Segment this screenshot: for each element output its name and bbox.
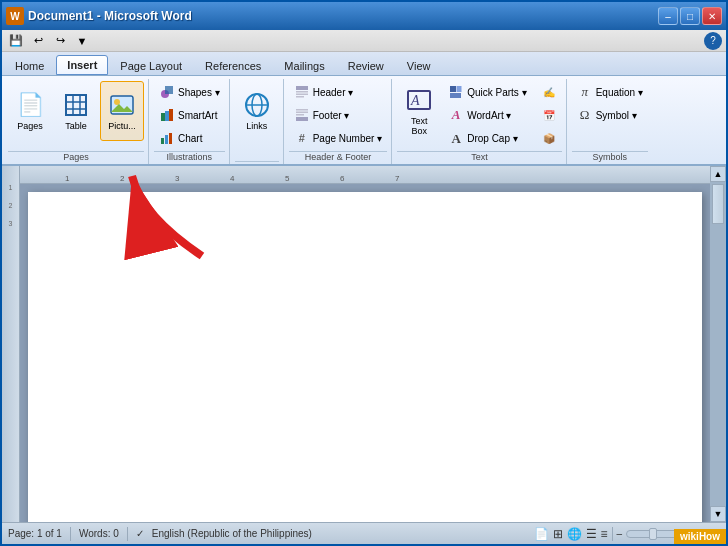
footer-button[interactable]: Footer ▾ [289, 104, 387, 126]
svg-rect-20 [296, 94, 308, 96]
footer-label: Footer ▾ [313, 110, 350, 121]
page-number-button[interactable]: # Page Number ▾ [289, 127, 387, 149]
tab-insert[interactable]: Insert [56, 55, 108, 75]
pages-button[interactable]: 📄 Pages [8, 81, 52, 141]
sig-line-icon: ✍ [541, 84, 557, 100]
zoom-slider-thumb[interactable] [649, 528, 657, 540]
header-footer-col: Header ▾ Footer ▾ # Page Number ▾ [289, 81, 387, 149]
quick-parts-icon [448, 84, 464, 100]
language-indicator: English (Republic of the Philippines) [152, 528, 312, 539]
object-icon: 📦 [541, 130, 557, 146]
shapes-button[interactable]: Shapes ▾ [154, 81, 225, 103]
links-icon [243, 91, 271, 119]
scroll-down-button[interactable]: ▼ [710, 506, 726, 522]
table-label: Table [65, 121, 87, 131]
symbol-button[interactable]: Ω Symbol ▾ [572, 104, 648, 126]
text-box-icon: A [405, 86, 433, 114]
text-col: Quick Parts ▾ A WordArt ▾ A Drop Cap ▾ [443, 81, 531, 149]
svg-rect-18 [296, 86, 308, 90]
wordart-label: WordArt ▾ [467, 110, 511, 121]
view-draft-icon[interactable]: ≡ [601, 527, 608, 541]
undo-button[interactable]: ↩ [28, 32, 48, 50]
shapes-icon [159, 84, 175, 100]
text-extra-col: ✍ 📅 📦 [536, 81, 562, 149]
tab-references[interactable]: References [194, 56, 272, 75]
picture-icon [108, 91, 136, 119]
svg-rect-9 [161, 113, 165, 121]
svg-rect-12 [161, 138, 164, 144]
view-print-icon[interactable]: 📄 [534, 527, 549, 541]
object-button[interactable]: 📦 [536, 127, 562, 149]
scrollbar-vertical[interactable]: ▲ ▼ [710, 166, 726, 522]
footer-icon [294, 107, 310, 123]
tab-home[interactable]: Home [4, 56, 55, 75]
table-button[interactable]: Table [54, 81, 98, 141]
group-links: Links [231, 79, 284, 164]
help-button[interactable]: ? [704, 32, 722, 50]
window-controls: – □ ✕ [658, 7, 722, 25]
wordart-button[interactable]: A WordArt ▾ [443, 104, 531, 126]
customize-qa-button[interactable]: ▼ [72, 32, 92, 50]
group-text-items: A TextBox Quick Parts ▾ A WordArt ▾ [397, 79, 561, 151]
symbol-icon: Ω [577, 107, 593, 123]
maximize-button[interactable]: □ [680, 7, 700, 25]
ribbon-tabs: Home Insert Page Layout References Maili… [2, 52, 726, 76]
date-time-icon: 📅 [541, 107, 557, 123]
svg-rect-25 [296, 117, 308, 121]
scrollbar-thumb[interactable] [712, 184, 724, 224]
status-sep-1 [70, 527, 71, 541]
minimize-button[interactable]: – [658, 7, 678, 25]
zoom-out-button[interactable]: – [617, 528, 623, 539]
group-pages-label: Pages [8, 151, 144, 164]
text-box-button[interactable]: A TextBox [397, 81, 441, 141]
links-button[interactable]: Links [235, 81, 279, 141]
close-button[interactable]: ✕ [702, 7, 722, 25]
group-pages-items: 📄 Pages Table Pictu... [8, 79, 144, 151]
header-button[interactable]: Header ▾ [289, 81, 387, 103]
picture-button[interactable]: Pictu... [100, 81, 144, 141]
save-button[interactable]: 💾 [6, 32, 26, 50]
tab-page-layout[interactable]: Page Layout [109, 56, 193, 75]
document-page[interactable] [28, 192, 702, 522]
drop-cap-icon: A [448, 130, 464, 146]
header-label: Header ▾ [313, 87, 354, 98]
smartart-button[interactable]: SmartArt [154, 104, 225, 126]
svg-rect-29 [457, 86, 462, 92]
chart-button[interactable]: Chart [154, 127, 225, 149]
view-outline-icon[interactable]: ☰ [586, 527, 597, 541]
equation-button[interactable]: π Equation ▾ [572, 81, 648, 103]
ruler-mark-3: 3 [175, 174, 179, 183]
group-text: A TextBox Quick Parts ▾ A WordArt ▾ [393, 79, 566, 164]
group-links-label [235, 161, 279, 164]
tab-view[interactable]: View [396, 56, 442, 75]
quick-parts-label: Quick Parts ▾ [467, 87, 526, 98]
page-indicator: Page: 1 of 1 [8, 528, 62, 539]
svg-rect-30 [450, 93, 461, 98]
scrollbar-track[interactable] [710, 182, 726, 506]
text-box-label: TextBox [411, 116, 428, 136]
svg-rect-23 [296, 112, 308, 114]
drop-cap-button[interactable]: A Drop Cap ▾ [443, 127, 531, 149]
view-web-icon[interactable]: 🌐 [567, 527, 582, 541]
redo-button[interactable]: ↪ [50, 32, 70, 50]
view-full-icon[interactable]: ⊞ [553, 527, 563, 541]
scroll-up-button[interactable]: ▲ [710, 166, 726, 182]
equation-label: Equation ▾ [596, 87, 643, 98]
shapes-label: Shapes ▾ [178, 87, 220, 98]
ruler-mark-6: 6 [340, 174, 344, 183]
quick-parts-button[interactable]: Quick Parts ▾ [443, 81, 531, 103]
tab-mailings[interactable]: Mailings [273, 56, 335, 75]
document-scroll-area[interactable] [20, 184, 710, 522]
word-window: W Document1 - Microsoft Word – □ ✕ 💾 ↩ ↪… [0, 0, 728, 546]
group-text-label: Text [397, 151, 561, 164]
ruler-mark-7: 7 [395, 174, 399, 183]
app-icon: W [6, 7, 24, 25]
vertical-ruler: 1 2 3 [2, 166, 20, 522]
date-time-button[interactable]: 📅 [536, 104, 562, 126]
group-header-footer: Header ▾ Footer ▾ # Page Number ▾ Header… [285, 79, 392, 164]
group-header-footer-items: Header ▾ Footer ▾ # Page Number ▾ [289, 79, 387, 151]
header-icon [294, 84, 310, 100]
tab-review[interactable]: Review [337, 56, 395, 75]
sig-line-button[interactable]: ✍ [536, 81, 562, 103]
ruler-mark-4: 4 [230, 174, 234, 183]
